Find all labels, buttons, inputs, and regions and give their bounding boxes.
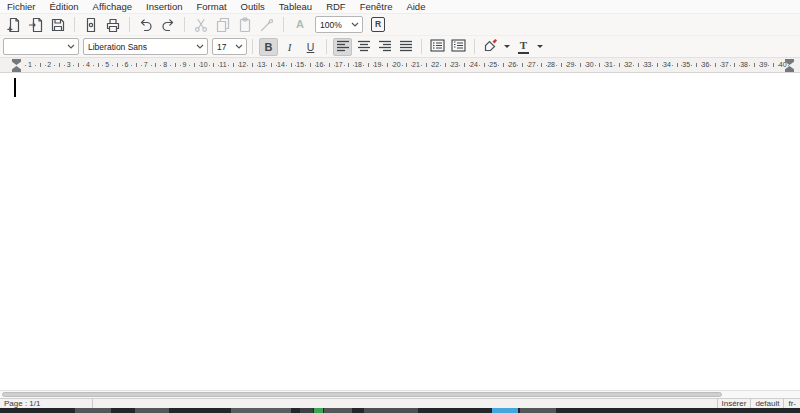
writer-window: FichierÉditionAffichageInsertionFormatOu…: [0, 0, 800, 413]
open-icon: [28, 17, 44, 33]
menu-item-insertion[interactable]: Insertion: [139, 0, 189, 14]
menu-item-edition[interactable]: Édition: [43, 0, 86, 14]
print-preview-button[interactable]: [80, 15, 102, 35]
r-document-button[interactable]: R: [367, 15, 389, 35]
chevron-down-icon[interactable]: [193, 44, 207, 49]
ruler-dot: [189, 65, 190, 66]
chevron-down-icon[interactable]: [232, 44, 246, 49]
undo-button[interactable]: [135, 15, 157, 35]
ruler-dot: [180, 65, 181, 66]
paragraph-style-combo[interactable]: [3, 38, 79, 55]
italic-button[interactable]: I: [280, 38, 299, 56]
new-document-icon: [6, 17, 22, 33]
ruler-number: 3: [67, 58, 71, 72]
align-center-icon: [357, 38, 371, 56]
ruler-half-tick: [426, 63, 427, 67]
ruler-number: 30: [586, 58, 594, 72]
bullet-list-button[interactable]: [428, 38, 447, 56]
ruler-dot: [286, 65, 287, 66]
ruler-half-tick: [98, 63, 99, 67]
ruler-half-tick: [773, 63, 774, 67]
menu-item-fenetre[interactable]: Fenêtre: [353, 0, 400, 14]
ruler-half-tick: [78, 63, 79, 67]
first-line-indent-marker[interactable]: [12, 59, 21, 65]
menu-item-tableau[interactable]: Tableau: [272, 0, 319, 14]
redo-icon: [160, 17, 176, 33]
taskbar-strip[interactable]: [0, 408, 800, 413]
underline-button[interactable]: U: [301, 38, 320, 56]
ruler-half-tick: [252, 63, 253, 67]
ruler-half-tick: [599, 63, 600, 67]
ruler-dot: [344, 65, 345, 66]
horizontal-scrollbar[interactable]: [0, 390, 800, 398]
ruler-dot: [93, 65, 94, 66]
ruler-dot: [102, 65, 103, 66]
chevron-down-icon[interactable]: [64, 44, 78, 49]
ruler-number: 15: [296, 58, 304, 72]
font-color-button[interactable]: T: [514, 38, 533, 56]
menu-item-rdf[interactable]: RDF: [319, 0, 353, 14]
chevron-down-icon[interactable]: [348, 22, 362, 27]
ruler-dot: [247, 65, 248, 66]
ruler-dot: [170, 65, 171, 66]
numbered-list-button[interactable]: [449, 38, 468, 56]
align-center-button[interactable]: [354, 38, 373, 56]
highlight-color-button[interactable]: [481, 38, 500, 56]
cut-icon: [193, 17, 209, 33]
document-canvas[interactable]: [0, 73, 800, 390]
horizontal-ruler[interactable]: 1234567891011121314151617181920212223242…: [0, 58, 800, 73]
font-a-icon: A: [296, 19, 304, 30]
ruler-number: 2: [47, 58, 51, 72]
ruler-number: 38: [740, 58, 748, 72]
font-size-value: 17: [217, 42, 226, 52]
save-icon: [50, 17, 66, 33]
zoom-combo[interactable]: 100%: [315, 16, 363, 33]
print-button[interactable]: [102, 15, 124, 35]
ruler-dot: [209, 65, 210, 66]
highlight-color-dropdown[interactable]: [504, 45, 510, 48]
ruler-number: 40: [779, 58, 787, 72]
align-left-button[interactable]: [333, 38, 352, 56]
ruler-half-tick: [580, 63, 581, 67]
paste-icon: [237, 17, 253, 33]
scrollbar-thumb[interactable]: [2, 392, 722, 397]
ruler-half-tick: [136, 63, 137, 67]
language-cell[interactable]: fr-: [783, 399, 800, 408]
align-right-button[interactable]: [375, 38, 394, 56]
ruler-dot: [45, 65, 46, 66]
align-left-icon: [336, 38, 350, 56]
insert-mode-cell[interactable]: Insérer: [717, 399, 751, 408]
left-indent-marker[interactable]: [12, 66, 21, 72]
ruler-dot: [517, 65, 518, 66]
page-style-cell[interactable]: default: [750, 399, 783, 408]
new-document-button[interactable]: [3, 15, 25, 35]
bold-button[interactable]: B: [259, 38, 278, 56]
font-name-combo[interactable]: Liberation Sans: [83, 38, 208, 55]
ruler-dot: [402, 65, 403, 66]
font-size-combo[interactable]: 17: [212, 38, 247, 55]
menu-item-outils[interactable]: Outils: [234, 0, 272, 14]
ruler-number: 33: [644, 58, 652, 72]
ruler-half-tick: [329, 63, 330, 67]
ruler-half-tick: [175, 63, 176, 67]
open-button[interactable]: [25, 15, 47, 35]
ruler-number: 1: [28, 58, 32, 72]
ruler-dot: [151, 65, 152, 66]
ruler-dot: [25, 65, 26, 66]
justify-button[interactable]: [396, 38, 415, 56]
taskbar-segment: [364, 408, 418, 413]
menu-item-format[interactable]: Format: [189, 0, 233, 14]
save-button[interactable]: [47, 15, 69, 35]
separator: [421, 39, 422, 54]
font-color-dropdown[interactable]: [537, 45, 543, 48]
menu-item-affichage[interactable]: Affichage: [86, 0, 139, 14]
menu-item-fichier[interactable]: Fichier: [0, 0, 43, 14]
menu-item-aide[interactable]: Aide: [399, 0, 432, 14]
ruler-dot: [652, 65, 653, 66]
ruler-number: 25: [489, 58, 497, 72]
ruler-half-tick: [619, 63, 620, 67]
formatting-toolbar: Liberation Sans 17 B I U T: [0, 36, 800, 58]
bold-label: B: [265, 41, 273, 53]
page-count-cell[interactable]: Page : 1/1: [0, 399, 93, 408]
redo-button[interactable]: [157, 15, 179, 35]
